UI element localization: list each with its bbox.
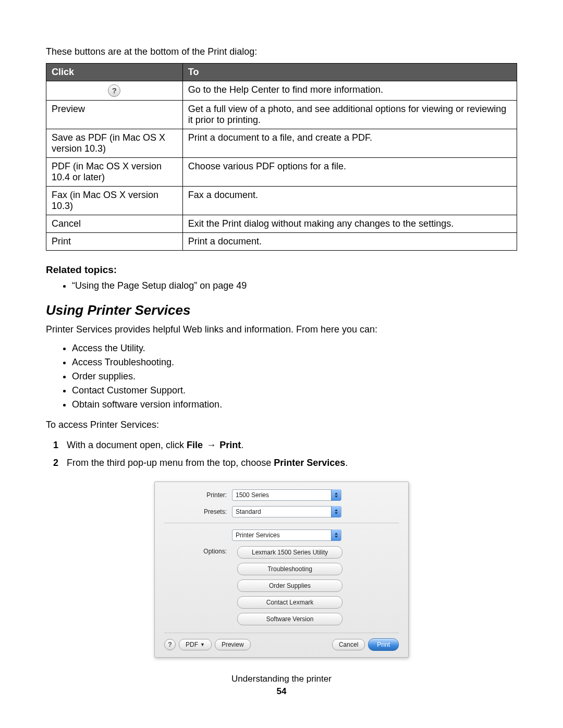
table-cell: Get a full view of a photo, and see addi… [182,101,517,129]
table-cell: Save as PDF (in Mac OS X version 10.3) [46,129,183,158]
step-2: From the third pop-up menu from the top,… [67,454,517,472]
list-item: Access Troubleshooting. [72,355,517,369]
table-row: Fax (in Mac OS X version 10.3) Fax a doc… [46,187,517,215]
section-lead: Printer Services provides helpful Web li… [46,324,517,336]
list-item: Contact Customer Support. [72,384,517,398]
table-cell: Print a document. [182,233,517,251]
table-row: Cancel Exit the Print dialog without mak… [46,215,517,233]
page-number: 54 [0,686,563,697]
label-printer: Printer: [164,491,232,499]
help-icon: ? [108,84,120,97]
step-text: With a document open, click [67,440,187,450]
presets-select[interactable]: Standard [232,506,341,517]
print-button[interactable]: Print [368,638,399,651]
table-cell: Print [46,233,183,251]
label-options: Options: [164,546,232,555]
th-click: Click [46,64,183,81]
list-item: Access the Utility. [72,341,517,355]
table-cell: Go to the Help Center to find more infor… [182,81,517,101]
intro-text: These buttons are at the bottom of the P… [46,46,517,58]
table-cell: Cancel [46,215,183,233]
footer-chapter: Understanding the printer [0,674,563,684]
table-row: Preview Get a full view of a photo, and … [46,101,517,129]
table-cell: Preview [46,101,183,129]
access-lead: To access Printer Services: [46,419,517,431]
help-button[interactable]: ? [164,639,176,650]
related-topics-list: “Using the Page Setup dialog” on page 49 [46,279,517,293]
pdf-menu-button[interactable]: PDF▼ [179,639,212,650]
table-row: Save as PDF (in Mac OS X version 10.3) P… [46,129,517,158]
table-cell: Fax (in Mac OS X version 10.3) [46,187,183,215]
step-text: . [241,440,243,450]
presets-select-value: Standard [236,508,261,515]
document-page: These buttons are at the bottom of the P… [0,0,563,728]
option-troubleshooting-button[interactable]: Troubleshooting [237,563,342,575]
th-to: To [182,64,517,81]
menu-file: File [187,440,203,450]
divider [164,523,399,523]
section-heading: Using Printer Services [46,302,517,318]
table-cell: Exit the Print dialog without making any… [182,215,517,233]
printer-select[interactable]: 1500 Series [232,489,341,501]
option-software-version-button[interactable]: Software Version [237,613,342,625]
page-footer: Understanding the printer 54 [0,674,563,697]
list-item: Order supplies. [72,369,517,384]
menu-printer-services: Printer Services [274,458,345,468]
print-buttons-table: Click To ? Go to the Help Center to find… [46,63,517,251]
table-row: ? Go to the Help Center to find more inf… [46,81,517,101]
preview-button[interactable]: Preview [215,639,251,650]
chevron-updown-icon [331,506,341,517]
steps-list: With a document open, click File → Print… [46,436,517,472]
print-dialog: Printer: 1500 Series Presets: Standard P… [154,482,409,658]
table-row: Print Print a document. [46,233,517,251]
capabilities-list: Access the Utility. Access Troubleshooti… [46,341,517,412]
menu-print: Print [219,440,241,450]
table-cell: Fax a document. [182,187,517,215]
table-cell: Choose various PDF options for a file. [182,158,517,187]
step-text: From the third pop-up menu from the top,… [67,458,274,468]
option-order-supplies-button[interactable]: Order Supplies [237,579,342,592]
chevron-updown-icon [331,489,341,501]
cancel-button[interactable]: Cancel [332,639,365,650]
table-cell: PDF (in Mac OS X version 10.4 or later) [46,158,183,187]
list-item: Obtain software version information. [72,398,517,412]
option-utility-button[interactable]: Lexmark 1500 Series Utility [237,546,342,559]
arrow-icon: → [205,440,217,450]
printer-select-value: 1500 Series [236,491,269,499]
step-text: . [345,458,348,468]
pdf-menu-label: PDF [186,641,198,648]
table-row: PDF (in Mac OS X version 10.4 or later) … [46,158,517,187]
pane-select-value: Printer Services [236,532,280,539]
chevron-updown-icon [331,529,341,541]
label-presets: Presets: [164,508,232,515]
related-topics-heading: Related topics: [46,264,517,276]
list-item: “Using the Page Setup dialog” on page 49 [72,279,517,293]
option-contact-button[interactable]: Contact Lexmark [237,596,342,609]
divider [164,633,399,633]
chevron-down-icon: ▼ [200,642,205,647]
table-cell: Print a document to a file, and create a… [182,129,517,158]
step-1: With a document open, click File → Print… [67,436,517,454]
pane-select[interactable]: Printer Services [232,529,341,541]
